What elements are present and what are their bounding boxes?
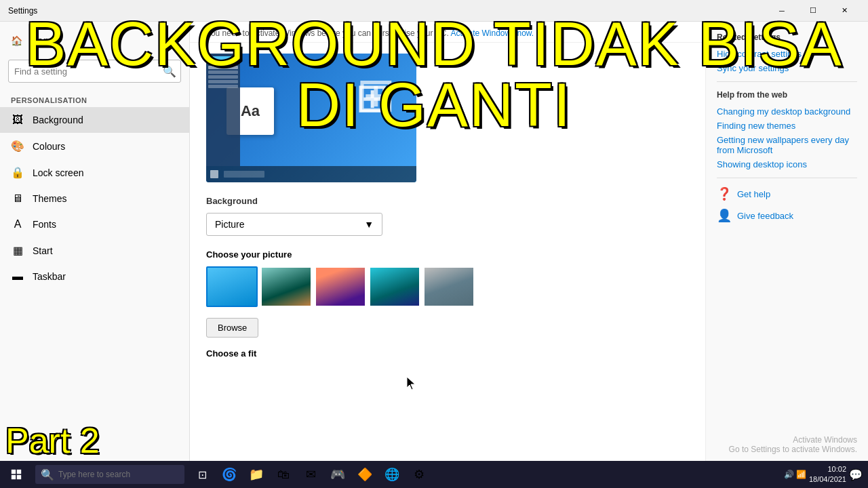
- lock-icon: 🔒: [11, 166, 24, 179]
- minimize-button[interactable]: ─: [766, 0, 797, 22]
- picture-thumb-2[interactable]: [260, 266, 312, 307]
- high-contrast-link[interactable]: High contrast settings: [717, 49, 857, 59]
- background-dropdown-row: Background Picture ▼: [206, 196, 689, 236]
- clock-date: 18/04/2021: [809, 474, 846, 485]
- get-help-item: ❓ Get help: [717, 186, 857, 201]
- svg-rect-3: [17, 475, 21, 479]
- search-icon: 🔍: [41, 468, 54, 481]
- choose-picture-label: Choose your picture: [206, 249, 689, 260]
- picture-grid: [206, 266, 689, 307]
- give-feedback-item: 👤 Give feedback: [717, 208, 857, 223]
- store-button[interactable]: 🛍: [271, 461, 296, 488]
- sidebar-item-taskbar[interactable]: ▬ Taskbar: [0, 264, 189, 289]
- sidebar-home[interactable]: 🏠 Home: [0, 27, 189, 54]
- activate-watermark: Activate Windows Go to Settings to activ…: [729, 435, 857, 454]
- svg-rect-2: [12, 475, 16, 479]
- home-icon: 🏠: [11, 35, 22, 46]
- taskbar: 🔍 ⊡ 🌀 📁 🛍 ✉ 🎮 🔶 🌐 ⚙ 🔊 📶 10:02 18/04/2021…: [0, 461, 868, 488]
- notification-icon[interactable]: 💬: [849, 468, 863, 481]
- themes-icon: 🖥: [11, 192, 24, 205]
- background-dropdown[interactable]: Picture ▼: [206, 213, 382, 236]
- svg-rect-0: [12, 470, 16, 474]
- chrome-button[interactable]: 🌐: [380, 461, 404, 488]
- explorer-button[interactable]: 📁: [244, 461, 269, 488]
- search-input[interactable]: [9, 62, 159, 81]
- sidebar-item-label: Colours: [33, 141, 65, 152]
- sidebar-item-background[interactable]: 🖼 Background: [0, 107, 189, 133]
- taskbar-clock: 10:02 18/04/2021: [809, 464, 846, 485]
- windows-icon: [11, 469, 22, 480]
- maximize-button[interactable]: ☐: [797, 0, 829, 22]
- right-panel: Related Settings High contrast settings …: [705, 22, 868, 461]
- taskbar-search-input[interactable]: [58, 470, 179, 479]
- activate-link[interactable]: Activate Windows now.: [450, 28, 534, 38]
- picture-thumb-1[interactable]: [206, 266, 258, 307]
- sidebar-item-label: Background: [33, 115, 83, 125]
- sidebar-section-label: Personalisation: [0, 88, 189, 107]
- theme-preview: Aa ⊞ ⊞: [206, 54, 416, 182]
- panel-divider: [717, 81, 857, 82]
- help-link-3[interactable]: Getting new wallpapers every day from Mi…: [717, 135, 857, 155]
- main-content: You need to activate Windows before you …: [190, 22, 705, 461]
- tray-icons: 🔊 📶: [784, 470, 806, 479]
- get-help-link[interactable]: Get help: [737, 189, 770, 199]
- sidebar-item-label: Taskbar: [33, 271, 66, 282]
- search-button[interactable]: 🔍: [159, 60, 180, 82]
- window-title: Settings: [8, 6, 766, 16]
- sidebar-item-themes[interactable]: 🖥 Themes: [0, 186, 189, 211]
- sidebar-item-label: Lock screen: [33, 167, 83, 178]
- edge-button[interactable]: 🌀: [217, 461, 241, 488]
- sidebar-item-label: Themes: [33, 193, 67, 204]
- taskbar-tray: 🔊 📶 10:02 18/04/2021 💬: [784, 464, 868, 485]
- activate-banner-text: You need to activate Windows before you …: [206, 28, 449, 38]
- picture-thumb-4[interactable]: [369, 266, 420, 307]
- picture-thumb-3[interactable]: [315, 266, 366, 307]
- start-button[interactable]: [0, 461, 33, 488]
- sidebar-search-box[interactable]: 🔍: [8, 60, 181, 83]
- start-icon: ▦: [11, 244, 24, 257]
- settings-button[interactable]: ⚙: [407, 461, 431, 488]
- task-view-button[interactable]: ⊡: [190, 461, 214, 488]
- background-section-label: Background: [206, 196, 689, 206]
- fonts-icon: A: [11, 218, 24, 230]
- taskbar-icon: ▬: [11, 270, 24, 283]
- sidebar-item-lock-screen[interactable]: 🔒 Lock screen: [0, 159, 189, 186]
- title-bar: Settings ─ ☐ ✕: [0, 0, 868, 22]
- give-feedback-link[interactable]: Give feedback: [737, 211, 793, 221]
- sidebar-item-label: Fonts: [33, 219, 56, 230]
- sidebar-item-start[interactable]: ▦ Start: [0, 237, 189, 264]
- vlc-button[interactable]: 🔶: [353, 461, 377, 488]
- activate-banner: You need to activate Windows before you …: [190, 22, 705, 43]
- sidebar-item-fonts[interactable]: A Fonts: [0, 211, 189, 237]
- content-area: Aa ⊞ ⊞: [190, 43, 705, 461]
- mail-button[interactable]: ✉: [298, 461, 323, 488]
- app1-button[interactable]: 🎮: [326, 461, 350, 488]
- sidebar-item-label: Start: [33, 245, 53, 256]
- settings-window: Settings ─ ☐ ✕ 🏠 Home 🔍 Personalisation …: [0, 0, 868, 461]
- sidebar: 🏠 Home 🔍 Personalisation 🖼 Background 🎨 …: [0, 22, 190, 461]
- preview-taskbar: [206, 166, 416, 182]
- watermark-line1: Activate Windows: [729, 435, 857, 445]
- close-button[interactable]: ✕: [829, 0, 860, 22]
- taskbar-icons: ⊡ 🌀 📁 🛍 ✉ 🎮 🔶 🌐 ⚙: [190, 461, 431, 488]
- panel-divider-2: [717, 178, 857, 178]
- give-feedback-icon: 👤: [717, 208, 732, 223]
- clock-time: 10:02: [809, 464, 846, 474]
- preview-windows-logo: ⊞: [356, 67, 396, 123]
- taskbar-search[interactable]: 🔍: [35, 465, 184, 484]
- help-title: Help from the web: [717, 90, 857, 100]
- title-bar-controls: ─ ☐ ✕: [766, 0, 860, 22]
- browse-button[interactable]: Browse: [206, 318, 258, 338]
- home-label: Home: [31, 35, 57, 46]
- svg-rect-1: [17, 470, 21, 474]
- help-link-1[interactable]: Changing my desktop background: [717, 106, 857, 117]
- related-settings-title: Related Settings: [717, 33, 857, 42]
- settings-body: 🏠 Home 🔍 Personalisation 🖼 Background 🎨 …: [0, 22, 868, 461]
- sync-settings-link[interactable]: Sync your settings: [717, 63, 857, 73]
- sidebar-item-colours[interactable]: 🎨 Colours: [0, 133, 189, 159]
- dropdown-value: Picture: [215, 219, 245, 230]
- help-link-2[interactable]: Finding new themes: [717, 121, 857, 131]
- help-link-4[interactable]: Showing desktop icons: [717, 159, 857, 169]
- picture-thumb-5[interactable]: [423, 266, 475, 307]
- get-help-icon: ❓: [717, 186, 732, 201]
